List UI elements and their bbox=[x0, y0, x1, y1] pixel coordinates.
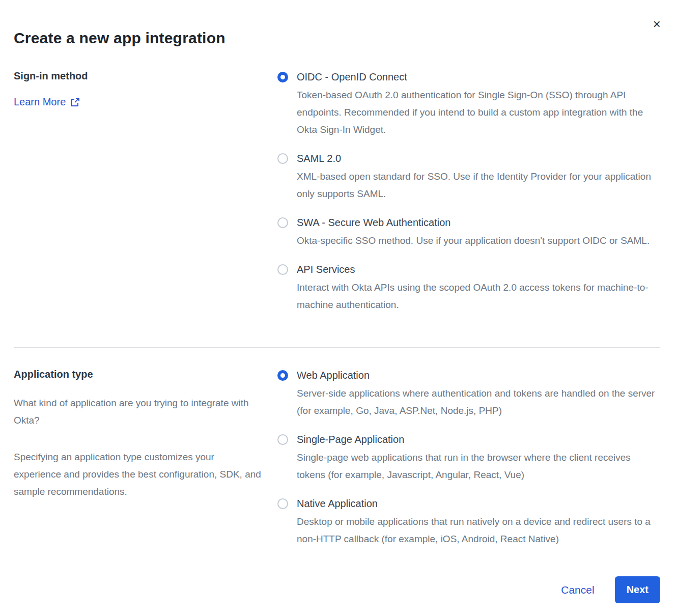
option-native-application-label[interactable]: Native Application bbox=[297, 497, 660, 510]
option-web-application-body: Web Application Server-side applications… bbox=[297, 369, 660, 419]
cancel-button[interactable]: Cancel bbox=[561, 584, 594, 596]
option-oidc[interactable]: OIDC - OpenID Connect Token-based OAuth … bbox=[277, 70, 660, 138]
radio-saml[interactable] bbox=[277, 153, 288, 164]
option-swa-body: SWA - Secure Web Authentication Okta-spe… bbox=[297, 216, 660, 249]
option-single-page-application-label[interactable]: Single-Page Application bbox=[297, 433, 660, 446]
dialog-footer: Cancel Next bbox=[14, 576, 660, 603]
create-app-integration-dialog: × Create a new app integration Sign-in m… bbox=[0, 0, 678, 603]
option-oidc-body: OIDC - OpenID Connect Token-based OAuth … bbox=[297, 70, 660, 138]
option-native-application[interactable]: Native Application Desktop or mobile app… bbox=[277, 497, 660, 548]
option-web-application-description: Server-side applications where authentic… bbox=[297, 385, 660, 419]
signin-method-heading: Sign-in method bbox=[14, 70, 262, 82]
section-divider bbox=[14, 347, 660, 348]
option-api-services-label[interactable]: API Services bbox=[297, 263, 660, 276]
option-api-services-body: API Services Interact with Okta APIs usi… bbox=[297, 263, 660, 314]
next-button[interactable]: Next bbox=[615, 576, 660, 603]
application-type-left-col: Application type What kind of applicatio… bbox=[14, 369, 277, 500]
option-api-services-description: Interact with Okta APIs using the scoped… bbox=[297, 279, 660, 314]
signin-method-section: Sign-in method Learn More OIDC - OpenID … bbox=[14, 70, 660, 314]
option-web-application-label[interactable]: Web Application bbox=[297, 369, 660, 382]
radio-native-application[interactable] bbox=[277, 498, 288, 509]
option-saml-label[interactable]: SAML 2.0 bbox=[297, 152, 660, 165]
application-type-question: What kind of application are you trying … bbox=[14, 395, 262, 429]
option-swa[interactable]: SWA - Secure Web Authentication Okta-spe… bbox=[277, 216, 660, 249]
option-single-page-application-body: Single-Page Application Single-page web … bbox=[297, 433, 660, 484]
radio-swa[interactable] bbox=[277, 217, 288, 228]
signin-method-options: OIDC - OpenID Connect Token-based OAuth … bbox=[277, 70, 660, 314]
close-icon[interactable]: × bbox=[653, 17, 661, 31]
option-native-application-body: Native Application Desktop or mobile app… bbox=[297, 497, 660, 548]
signin-method-left-col: Sign-in method Learn More bbox=[14, 70, 277, 108]
radio-api-services[interactable] bbox=[277, 264, 288, 275]
radio-web-application[interactable] bbox=[277, 370, 288, 381]
external-link-icon bbox=[70, 97, 80, 107]
option-web-application[interactable]: Web Application Server-side applications… bbox=[277, 369, 660, 419]
option-saml-description: XML-based open standard for SSO. Use if … bbox=[297, 168, 660, 203]
learn-more-link[interactable]: Learn More bbox=[14, 96, 80, 108]
application-type-explanation: Specifying an application type customize… bbox=[14, 449, 262, 500]
dialog-title: Create a new app integration bbox=[14, 30, 660, 47]
radio-single-page-application[interactable] bbox=[277, 434, 288, 445]
option-oidc-label[interactable]: OIDC - OpenID Connect bbox=[297, 70, 660, 83]
radio-oidc[interactable] bbox=[277, 72, 288, 82]
option-api-services[interactable]: API Services Interact with Okta APIs usi… bbox=[277, 263, 660, 314]
application-type-section: Application type What kind of applicatio… bbox=[14, 369, 660, 548]
application-type-options: Web Application Server-side applications… bbox=[277, 369, 660, 548]
option-oidc-description: Token-based OAuth 2.0 authentication for… bbox=[297, 87, 660, 138]
option-single-page-application-description: Single-page web applications that run in… bbox=[297, 449, 660, 484]
option-native-application-description: Desktop or mobile applications that run … bbox=[297, 513, 660, 548]
option-saml-body: SAML 2.0 XML-based open standard for SSO… bbox=[297, 152, 660, 203]
option-swa-description: Okta-specific SSO method. Use if your ap… bbox=[297, 232, 660, 249]
learn-more-label: Learn More bbox=[14, 96, 66, 108]
option-single-page-application[interactable]: Single-Page Application Single-page web … bbox=[277, 433, 660, 484]
option-swa-label[interactable]: SWA - Secure Web Authentication bbox=[297, 216, 660, 229]
application-type-heading: Application type bbox=[14, 369, 262, 380]
option-saml[interactable]: SAML 2.0 XML-based open standard for SSO… bbox=[277, 152, 660, 203]
